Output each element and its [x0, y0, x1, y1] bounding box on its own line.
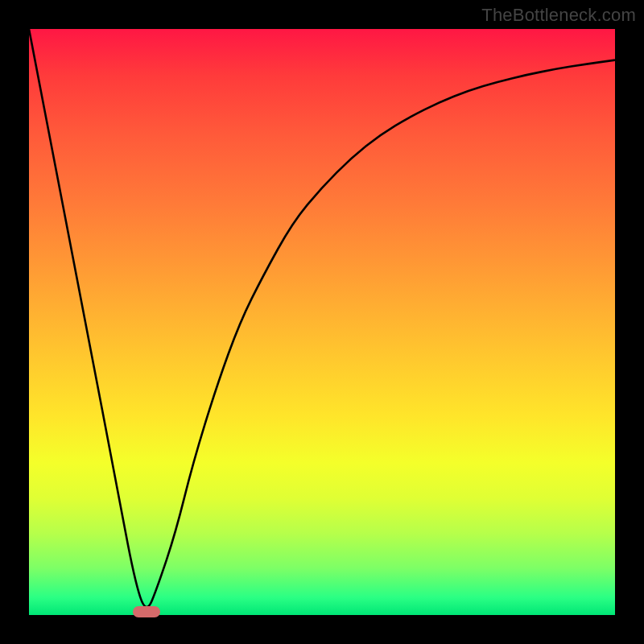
bottleneck-curve — [29, 29, 615, 607]
watermark-text: TheBottleneck.com — [481, 5, 636, 26]
plot-area — [29, 29, 615, 615]
minimum-marker — [133, 606, 160, 617]
chart-frame: TheBottleneck.com — [0, 0, 644, 644]
curve-layer — [29, 29, 615, 615]
